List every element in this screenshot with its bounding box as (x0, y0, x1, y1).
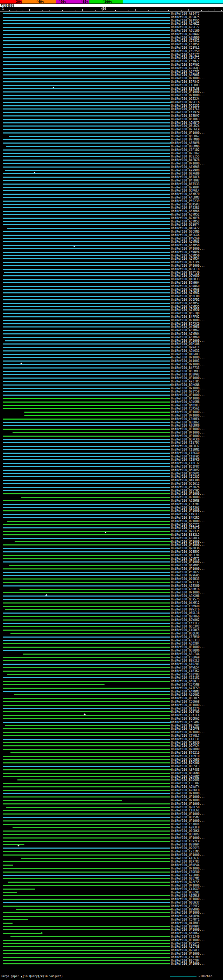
hit-bar[interactable] (3, 517, 170, 518)
hit-label[interactable]: UniRef100_P53030 (171, 741, 200, 745)
hit-bar[interactable] (3, 258, 170, 259)
hit-bar[interactable] (3, 282, 170, 283)
hit-label[interactable]: UniRef100_UP1000... (171, 813, 205, 816)
hit-label[interactable]: UniRef100_A2R3F8 (171, 826, 200, 829)
hit-bar[interactable] (3, 299, 170, 301)
hit-label[interactable]: UniRef100_C8V2L9 (171, 840, 200, 843)
hit-bar[interactable] (3, 187, 170, 188)
hit-bar[interactable] (3, 47, 170, 48)
hit-bar[interactable] (3, 619, 170, 620)
hit-bar[interactable] (3, 558, 170, 559)
hit-bar[interactable] (3, 68, 170, 69)
hit-bar[interactable] (3, 27, 170, 28)
hit-bar[interactable] (3, 34, 170, 35)
hit-bar[interactable] (3, 677, 170, 678)
hit-label[interactable]: UniRef100_B6QAY5 (171, 942, 200, 946)
hit-label[interactable]: UniRef100_A1DNL8 (171, 894, 200, 897)
hit-bar[interactable] (3, 51, 170, 52)
hit-bar[interactable] (3, 735, 170, 736)
hit-label[interactable]: UniRef100_C1EHN1 (171, 448, 200, 452)
hit-bar[interactable] (3, 303, 170, 304)
hit-label[interactable]: UniRef100_UP1000... (171, 543, 205, 547)
hit-bar[interactable] (3, 715, 170, 716)
hit-bar[interactable] (7, 228, 170, 229)
hit-bar[interactable] (3, 183, 170, 185)
hit-label[interactable]: UniRef100_P53026 (171, 486, 200, 489)
hit-bar[interactable] (3, 326, 170, 328)
hit-bar[interactable] (3, 374, 170, 375)
hit-bar[interactable] (3, 544, 170, 546)
hit-bar[interactable] (3, 252, 170, 253)
hit-bar[interactable] (3, 630, 170, 631)
hit-label[interactable]: UniRef100_B4K2R5 (171, 516, 200, 520)
hit-bar[interactable] (3, 722, 170, 723)
hit-label[interactable]: UniRef100_A6YM70 (171, 192, 200, 196)
hit-label[interactable]: UniRef100_C3Y7M1 (171, 503, 200, 506)
hit-bar[interactable] (3, 75, 170, 75)
hit-label[interactable]: UniRef100_A4LDM3 (171, 196, 200, 200)
hit-bar[interactable] (3, 919, 28, 920)
hit-bar[interactable] (3, 684, 104, 685)
hit-bar[interactable] (3, 167, 170, 167)
hit-label[interactable]: UniRef100_B9FYJ0 (171, 271, 200, 275)
hit-label[interactable]: UniRef100_Q5KP44 (171, 864, 200, 867)
hit-bar[interactable] (3, 783, 170, 784)
hit-bar[interactable] (3, 895, 170, 896)
hit-label[interactable]: UniRef100_A9RN42 (171, 33, 200, 36)
hit-label[interactable]: UniRef100_UP1000... (171, 799, 205, 802)
hit-label[interactable]: UniRef100_B2B0W4 (171, 843, 200, 846)
hit-bar[interactable] (5, 725, 170, 726)
hit-bar[interactable] (23, 654, 170, 655)
hit-bar[interactable] (3, 841, 170, 842)
hit-label[interactable]: UniRef100_B1H4D3 (171, 353, 200, 356)
hit-bar[interactable] (3, 551, 170, 552)
hit-bar[interactable] (3, 150, 170, 151)
hit-bar[interactable] (3, 905, 170, 907)
hit-bar[interactable] (3, 606, 170, 607)
hit-bar[interactable] (3, 61, 170, 62)
hit-bar[interactable] (3, 391, 170, 392)
hit-bar[interactable] (3, 636, 170, 638)
hit-label[interactable]: UniRef100_A6YM64 (171, 332, 200, 336)
hit-bar[interactable] (3, 698, 170, 699)
hit-label[interactable]: UniRef100_C1MJT2 (171, 56, 200, 60)
hit-label[interactable]: UniRef100_B9W1T6 (171, 608, 200, 611)
hit-bar[interactable] (3, 309, 170, 310)
hit-bar[interactable] (3, 483, 170, 484)
hit-bar[interactable] (3, 790, 170, 791)
hit-bar[interactable] (3, 317, 170, 317)
hit-label[interactable]: UniRef100_A9BKF8 (171, 789, 200, 792)
hit-bar[interactable] (3, 493, 170, 494)
hit-bar[interactable] (3, 851, 170, 852)
hit-label[interactable]: UniRef100_C5WNV4 (171, 251, 200, 254)
hit-bar[interactable] (3, 350, 170, 352)
hit-label[interactable]: UniRef100_Q9VYH5 (171, 489, 200, 493)
hit-bar[interactable] (3, 439, 170, 440)
hit-bar[interactable] (3, 616, 170, 617)
hit-label[interactable]: UniRef100_C5FM50 (171, 635, 200, 639)
hit-bar[interactable] (10, 936, 170, 937)
hit-label[interactable]: UniRef100_A6YM52 (171, 213, 200, 216)
hit-label[interactable]: UniRef100_B8C5C3 (171, 765, 200, 768)
hit-bar[interactable] (3, 241, 170, 242)
hit-label[interactable]: UniRef100_Q6DL16 (171, 611, 200, 615)
hit-bar[interactable] (3, 671, 170, 671)
hit-bar[interactable] (3, 514, 170, 515)
hit-label[interactable]: UniRef100_B6H3W6 (171, 761, 200, 765)
hit-label[interactable]: UniRef100_C1BGX0 (171, 452, 200, 455)
hit-label[interactable]: UniRef100_C5DE80 (171, 870, 200, 874)
hit-label[interactable]: UniRef100_Q2GSY3 (171, 846, 200, 850)
hit-label[interactable]: UniRef100_A6YM58 (171, 244, 200, 247)
hit-bar[interactable] (3, 643, 170, 644)
hit-label[interactable]: UniRef100_B7FMB0 (171, 138, 200, 142)
hit-bar[interactable] (3, 848, 170, 849)
hit-label[interactable]: UniRef100_UP1000... (171, 377, 205, 380)
hit-label[interactable]: UniRef100_C1H910 (171, 755, 200, 758)
hit-label[interactable]: UniRef100_Q14363 (171, 506, 200, 510)
hit-label[interactable]: UniRef100_B4W2A9 (171, 237, 200, 240)
hit-bar[interactable] (3, 728, 170, 729)
hit-label[interactable]: UniRef100_B5ZF87 (171, 465, 200, 469)
hit-bar[interactable] (3, 868, 170, 869)
hit-bar[interactable] (3, 889, 35, 889)
hit-label[interactable]: UniRef100_A9PGQ3 (171, 67, 200, 70)
